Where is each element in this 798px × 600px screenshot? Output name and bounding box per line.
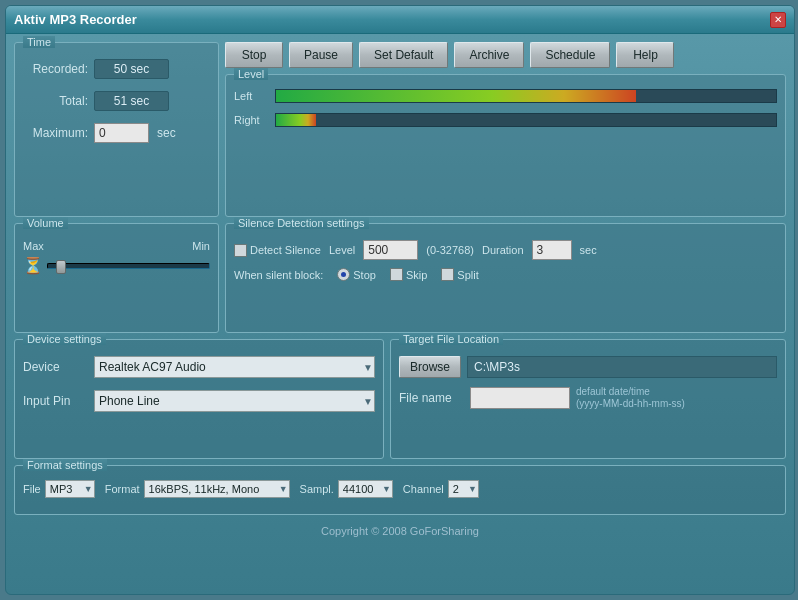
channel-select-wrapper: 1 2 ▼ [448, 480, 479, 498]
skip-checkbox[interactable] [390, 268, 403, 281]
channel-select[interactable]: 1 2 [448, 480, 479, 498]
close-button[interactable]: ✕ [770, 12, 786, 28]
main-content: Time Recorded: 50 sec Total: 51 sec Maxi… [6, 34, 794, 594]
silence-row1: Detect Silence Level (0-32768) Duration … [234, 240, 777, 260]
volume-panel: Volume Max Min ⏳ [14, 223, 219, 333]
path-display: C:\MP3s [467, 356, 777, 378]
stop-radio[interactable] [337, 268, 350, 281]
sample-select[interactable]: 44100 22050 11025 [338, 480, 393, 498]
device-row: Device Realtek AC97 Audio ▼ [23, 356, 375, 378]
pause-button[interactable]: Pause [289, 42, 353, 68]
silence-group-label: Silence Detection settings [234, 217, 369, 229]
input-pin-row: Input Pin Phone Line Microphone Line In … [23, 390, 375, 412]
device-select[interactable]: Realtek AC97 Audio [94, 356, 375, 378]
silence-row2: When silent block: Stop Skip Split [234, 268, 777, 281]
buttons-row: Stop Pause Set Default Archive Schedule … [225, 42, 786, 68]
top-row: Time Recorded: 50 sec Total: 51 sec Maxi… [14, 42, 786, 217]
recorded-label: Recorded: [23, 62, 88, 76]
sample-label: Sampl. [300, 483, 334, 495]
when-silent-label: When silent block: [234, 269, 323, 281]
file-format-label: File [23, 483, 41, 495]
volume-min-label: Min [192, 240, 210, 252]
right-level-bar-container [275, 113, 777, 127]
detect-silence-checkbox-label[interactable]: Detect Silence [234, 244, 321, 257]
stop-radio-label[interactable]: Stop [337, 268, 376, 281]
channel-format-item: Channel 1 2 ▼ [403, 480, 479, 498]
right-top: Stop Pause Set Default Archive Schedule … [225, 42, 786, 217]
format-select-wrapper: 16kBPS, 11kHz, Mono 128kBPS, 44kHz, Ster… [144, 480, 290, 498]
device-label: Device [23, 360, 88, 374]
input-pin-label: Input Pin [23, 394, 88, 408]
right-channel-label: Right [234, 114, 269, 126]
volume-content: Max Min ⏳ [23, 240, 210, 275]
date-hint1: default date/time [576, 386, 685, 397]
schedule-button[interactable]: Schedule [530, 42, 610, 68]
window-title: Aktiv MP3 Recorder [14, 12, 770, 27]
stop-radio-text: Stop [353, 269, 376, 281]
left-channel-label: Left [234, 90, 269, 102]
split-radio-label[interactable]: Split [441, 268, 478, 281]
level-group-label: Level [234, 68, 268, 80]
format-format-item: Format 16kBPS, 11kHz, Mono 128kBPS, 44kH… [105, 480, 290, 498]
level-panel: Level Left Right [225, 74, 786, 217]
right-level-bar-fill [276, 114, 316, 126]
target-row2: File name default date/time (yyyy-MM-dd-… [399, 386, 777, 409]
detect-silence-label: Detect Silence [250, 244, 321, 256]
file-select[interactable]: MP3 WAV OGG [45, 480, 95, 498]
silence-level-label: Level [329, 244, 355, 256]
volume-labels: Max Min [23, 240, 210, 252]
channel-label: Channel [403, 483, 444, 495]
total-value: 51 sec [94, 91, 169, 111]
file-format-item: File MP3 WAV OGG ▼ [23, 480, 95, 498]
maximum-label: Maximum: [23, 126, 88, 140]
input-pin-select[interactable]: Phone Line Microphone Line In [94, 390, 375, 412]
time-panel: Time Recorded: 50 sec Total: 51 sec Maxi… [14, 42, 219, 217]
target-panel: Target File Location Browse C:\MP3s File… [390, 339, 786, 459]
sample-select-wrapper: 44100 22050 11025 ▼ [338, 480, 393, 498]
middle-row: Volume Max Min ⏳ Silence Detect [14, 223, 786, 333]
set-default-button[interactable]: Set Default [359, 42, 448, 68]
sample-format-item: Sampl. 44100 22050 11025 ▼ [300, 480, 393, 498]
time-group-label: Time [23, 36, 55, 48]
stop-button[interactable]: Stop [225, 42, 283, 68]
file-select-wrapper: MP3 WAV OGG ▼ [45, 480, 95, 498]
volume-icon: ⏳ [23, 256, 43, 275]
device-panel: Device settings Device Realtek AC97 Audi… [14, 339, 384, 459]
silence-panel: Silence Detection settings Detect Silenc… [225, 223, 786, 333]
silence-duration-input[interactable] [532, 240, 572, 260]
device-group-label: Device settings [23, 333, 106, 345]
maximum-sec-label: sec [157, 126, 176, 140]
device-target-row: Device settings Device Realtek AC97 Audi… [14, 339, 786, 459]
detect-silence-checkbox[interactable] [234, 244, 247, 257]
skip-radio-label[interactable]: Skip [390, 268, 427, 281]
volume-slider-track[interactable] [47, 263, 210, 269]
browse-button[interactable]: Browse [399, 356, 461, 378]
volume-slider-thumb[interactable] [56, 260, 66, 274]
maximum-input[interactable] [94, 123, 149, 143]
format-format-label: Format [105, 483, 140, 495]
date-hint-container: default date/time (yyyy-MM-dd-hh-mm-ss) [576, 386, 685, 409]
target-group-label: Target File Location [399, 333, 503, 345]
split-checkbox[interactable] [441, 268, 454, 281]
help-button[interactable]: Help [616, 42, 674, 68]
level-right-row: Right [234, 113, 777, 127]
format-select[interactable]: 16kBPS, 11kHz, Mono 128kBPS, 44kHz, Ster… [144, 480, 290, 498]
level-left-row: Left [234, 89, 777, 103]
filename-input[interactable] [470, 387, 570, 409]
device-select-wrapper: Realtek AC97 Audio ▼ [94, 356, 375, 378]
left-level-bar-container [275, 89, 777, 103]
copyright-text: Copyright © 2008 GoForSharing [321, 525, 479, 537]
left-level-bar-fill [276, 90, 636, 102]
volume-group-label: Volume [23, 217, 68, 229]
volume-max-label: Max [23, 240, 44, 252]
input-pin-select-wrapper: Phone Line Microphone Line In ▼ [94, 390, 375, 412]
split-radio-text: Split [457, 269, 478, 281]
archive-button[interactable]: Archive [454, 42, 524, 68]
silence-range-label: (0-32768) [426, 244, 474, 256]
total-row: Total: 51 sec [23, 91, 210, 111]
silence-level-input[interactable] [363, 240, 418, 260]
main-window: Aktiv MP3 Recorder ✕ Time Recorded: 50 s… [5, 5, 795, 595]
title-bar: Aktiv MP3 Recorder ✕ [6, 6, 794, 34]
filename-label: File name [399, 391, 464, 405]
footer: Copyright © 2008 GoForSharing [14, 521, 786, 539]
